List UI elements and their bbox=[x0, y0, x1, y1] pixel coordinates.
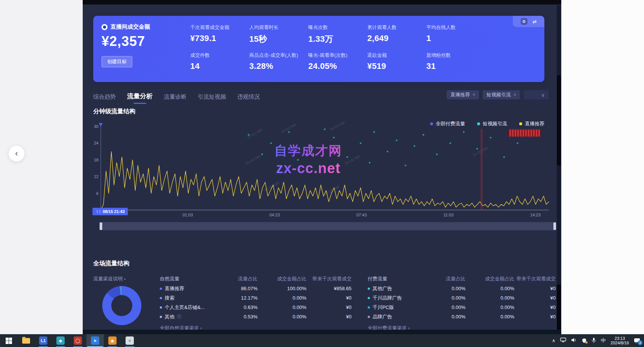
window-scrollbar[interactable] bbox=[557, 5, 561, 330]
back-button[interactable]: ‹ bbox=[8, 145, 25, 162]
tab-引流短视频[interactable]: 引流短视频 bbox=[198, 93, 226, 104]
time-range-slider[interactable] bbox=[99, 222, 556, 230]
traffic-donut-chart[interactable] bbox=[102, 286, 141, 325]
taskbar-apps: L1◆◯➤◉≡ bbox=[35, 334, 138, 347]
minute-section-title: 分钟级流量结构 bbox=[93, 108, 135, 116]
create-goal-button[interactable]: 创建目标 bbox=[102, 56, 132, 67]
metric-value: 24.05% bbox=[308, 61, 367, 71]
table-header-cell: 付费流量 bbox=[368, 275, 432, 282]
taskbar-teal-app[interactable]: ◆ bbox=[52, 334, 69, 347]
channel-dot bbox=[160, 288, 162, 290]
channel-dot bbox=[368, 297, 370, 299]
window-top-strip bbox=[83, 0, 561, 5]
taskbar-blue-pointer-app[interactable]: ➤ bbox=[86, 334, 104, 347]
metric-label: 退款金额 bbox=[367, 52, 426, 59]
taskbar-file-explorer[interactable] bbox=[17, 334, 35, 347]
metric: 累计观看人数2,649 bbox=[367, 24, 426, 45]
channel-label: 千川品牌广告 bbox=[368, 295, 432, 301]
metric: 成交件数14 bbox=[190, 52, 249, 71]
taskbar-lt-app[interactable]: L1 bbox=[35, 334, 52, 347]
metric-value: ¥739.1 bbox=[190, 33, 249, 43]
tab-流量诊断[interactable]: 流量诊断 bbox=[164, 93, 186, 104]
metric-label: 成交件数 bbox=[190, 52, 249, 59]
channel-label: 千川PC版 bbox=[368, 304, 432, 311]
table-header-cell: 流量占比 bbox=[432, 275, 465, 282]
axis-start-chip[interactable]: ⋮⋮ 08/15 21:43 bbox=[92, 208, 128, 215]
channel-label: 直播推荐 bbox=[160, 285, 224, 292]
action-center-button[interactable]: 3 bbox=[634, 338, 640, 343]
filter-tag-label: 短视频引流 bbox=[486, 91, 511, 98]
filter-tags: 直播推荐×短视频引流×∨ bbox=[447, 90, 549, 99]
metric: 曝光次数1.33万 bbox=[308, 24, 367, 45]
taskbar-clock[interactable]: 23:13 2024/8/16 bbox=[611, 336, 629, 345]
lt-app-icon: L1 bbox=[39, 336, 47, 345]
tab-违规情况[interactable]: 违规情况 bbox=[237, 93, 260, 104]
metric-value: 1.33万 bbox=[308, 33, 367, 45]
table-cell: ¥0 bbox=[514, 314, 556, 320]
svg-text:30: 30 bbox=[94, 124, 98, 129]
table-cell: 0.00% bbox=[258, 295, 306, 301]
swap-icon[interactable]: ⇄ bbox=[533, 19, 537, 24]
table-header-cell: 流量占比 bbox=[224, 275, 258, 282]
tray-chevron-up-icon[interactable]: ∧ bbox=[552, 338, 555, 343]
volume-icon[interactable] bbox=[571, 338, 577, 344]
orange-app-icon: ◉ bbox=[108, 336, 117, 345]
metric-value: 31 bbox=[426, 61, 485, 71]
chevron-right-icon: › bbox=[124, 276, 126, 282]
alert-dot bbox=[585, 341, 588, 344]
paid-traffic-table: 付费流量流量占比成交金额占比带来千次观看成交其他广告0.00%0.00%¥0千川… bbox=[368, 274, 556, 332]
svg-text:01:03: 01:03 bbox=[182, 213, 193, 217]
metric-value: 14 bbox=[190, 61, 249, 71]
channel-name: 直播推荐 bbox=[165, 285, 184, 292]
metric-row-1: 千次观看成交金额¥739.1人均观看时长15秒曝光次数1.33万累计观看人数2,… bbox=[190, 24, 485, 45]
channel-label: 其他广告 bbox=[368, 285, 432, 292]
drag-handle-icon: ⋮⋮ bbox=[95, 210, 101, 213]
table-cell: 0.00% bbox=[432, 286, 465, 291]
svg-text:07:43: 07:43 bbox=[356, 213, 367, 217]
taskbar-notepad-app[interactable]: ≡ bbox=[121, 334, 138, 347]
start-button[interactable] bbox=[0, 334, 17, 347]
table-cell: ¥0 bbox=[514, 286, 556, 291]
network-icon[interactable] bbox=[560, 338, 566, 344]
table-cell: 0.00% bbox=[258, 304, 306, 310]
svg-text:04:23: 04:23 bbox=[270, 213, 280, 217]
scrollbar-thumb[interactable] bbox=[557, 75, 561, 166]
clock-date: 2024/8/16 bbox=[611, 341, 629, 345]
info-icon[interactable]: ⓘ bbox=[177, 314, 181, 320]
tab-综合趋势[interactable]: 综合趋势 bbox=[93, 93, 116, 104]
chevron-down-icon: ∨ bbox=[541, 92, 545, 98]
table-header: 自然流量流量占比成交金额占比带来千次观看成交 bbox=[160, 274, 352, 284]
channel-name: 千川PC版 bbox=[373, 304, 394, 311]
scrollbar-thumb[interactable] bbox=[557, 285, 561, 330]
channel-dot bbox=[368, 306, 370, 309]
filter-tag[interactable]: 直播推荐× bbox=[447, 90, 479, 99]
close-icon[interactable]: × bbox=[473, 92, 475, 97]
table-cell: 100.00% bbox=[258, 286, 306, 291]
system-tray: ∧ 中 23:13 2024/8/16 3 bbox=[548, 334, 644, 347]
table-cell: ¥858.65 bbox=[306, 286, 352, 291]
filter-tag[interactable]: 短视频引流× bbox=[483, 90, 520, 99]
security-tray-icon[interactable] bbox=[582, 338, 587, 343]
gmv-title: 直播间成交金额 bbox=[111, 23, 150, 30]
slider-right-handle[interactable] bbox=[553, 222, 556, 230]
taskbar-red-app[interactable]: ◯ bbox=[69, 334, 86, 347]
metric-row-2: 成交件数14商品点击-成交率(人数)3.28%曝光-观看率(次数)24.05%退… bbox=[190, 52, 485, 71]
close-icon[interactable]: × bbox=[514, 92, 516, 97]
filter-dropdown[interactable]: ∨ bbox=[524, 90, 549, 99]
ime-indicator[interactable]: 中 bbox=[601, 337, 606, 344]
channel-label: 其他ⓘ bbox=[160, 314, 224, 320]
microphone-icon[interactable] bbox=[592, 338, 596, 344]
screen: ‹ 直播间成交金额 ¥2,357 创建目标 千次观看成交金额¥739.1人均观看… bbox=[0, 0, 644, 347]
channel-name: 其他 bbox=[165, 314, 174, 320]
taskbar-orange-app[interactable]: ◉ bbox=[104, 334, 121, 347]
metric: 曝光-观看率(次数)24.05% bbox=[308, 52, 367, 71]
channel-guide-link[interactable]: 流量渠道说明 › bbox=[93, 275, 126, 282]
gear-icon[interactable]: ⚙ bbox=[521, 18, 527, 25]
svg-text:14:23: 14:23 bbox=[530, 213, 541, 217]
tab-流量分析[interactable]: 流量分析 bbox=[127, 92, 153, 104]
minute-traffic-chart[interactable]: 30241812601:0304:2307:4311:0314:23 bbox=[93, 123, 556, 218]
right-letterbox bbox=[561, 0, 644, 334]
table-cell: 86.07% bbox=[224, 286, 258, 291]
channel-dot bbox=[160, 306, 162, 309]
slider-left-handle[interactable] bbox=[100, 222, 102, 230]
